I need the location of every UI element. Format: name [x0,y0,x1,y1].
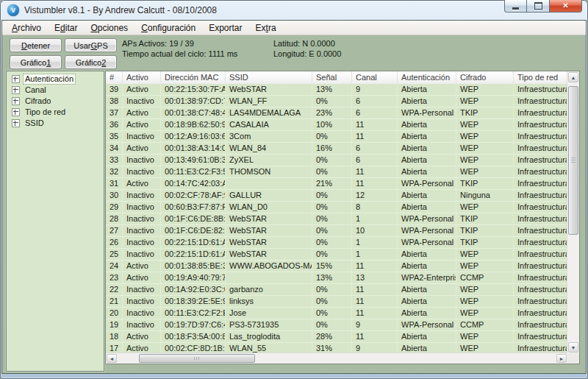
scroll-right-icon[interactable]: ► [556,354,567,363]
table-row[interactable]: 35Inactivo00:12:A9:16:03:683Com0%11Abier… [106,131,567,143]
table-row[interactable]: 18Activo00:18:F3:5A:00:85Las_troglodita2… [106,331,567,343]
scroll-left-icon[interactable]: ◄ [107,354,117,363]
table-row[interactable]: 21Inactivo00:18:39:2E:5E:92linksys0%11Ab… [106,296,567,308]
table-cell: Abierta [398,249,456,260]
table-cell: ZyXEL [226,155,312,166]
table-row[interactable]: 30Inactivo00:02:CF:78:AF:99GALLUR0%12Abi… [106,190,567,202]
menu-archivo[interactable]: Archivo [5,21,48,35]
toolbar: Detener Usar GPS Gráfico1 Gráfico2 APs A… [2,35,586,70]
table-cell: 25 [106,249,123,260]
menu-configuracion[interactable]: Configuración [135,21,202,35]
table-cell: TKIP [456,225,514,236]
tree-item-cifrado[interactable]: Cifrado [7,96,104,107]
table-cell: WPA-Personal [398,107,456,118]
column-header-cifrado[interactable]: Cifrado [456,71,514,84]
table-cell: 11 [352,178,398,189]
maximize-button[interactable] [526,0,550,13]
column-header-autenticacion[interactable]: Autenticación [398,71,456,84]
expand-plus-icon[interactable] [12,97,20,105]
table-cell: 37 [106,107,123,118]
table-cell: WWW.ABOGADOS-MAL... [226,261,312,272]
menu-exportar[interactable]: Exportar [202,21,248,35]
table-cell: Infraestructura [514,213,567,224]
tree-item-autenticacion[interactable]: Autenticación [7,74,104,85]
expand-plus-icon[interactable] [12,75,20,83]
table-cell [226,178,312,189]
table-cell: WEP [456,202,514,213]
expand-plus-icon[interactable] [12,108,20,116]
table-cell: 00:14:7C:42:03:A0 [161,178,226,189]
detener-button[interactable]: Detener [10,38,62,52]
expand-plus-icon[interactable] [12,119,20,127]
title-bar[interactable]: V Vistumbler v8.1 - By Andrew Calcutt - … [0,0,588,21]
table-row[interactable]: 33Inactivo00:13:49:61:0B:3AZyXEL0%6Abier… [106,155,567,166]
table-cell: 00:12:A9:16:03:68 [161,131,226,142]
table-row[interactable]: 37Activo00:01:38:C7:48:44LAS4MDEMALAGA23… [106,107,567,119]
table-cell: Abierta [398,261,456,272]
table-row[interactable]: 28Inactivo00:1F:C6:DE:8B:77WebSTAR0%1WPA… [106,213,567,225]
table-row[interactable]: 27Inactivo00:1F:C6:DE:82:49WebSTAR0%10WP… [106,225,567,237]
table-cell: WLAN_FF [226,96,312,107]
client-area: ArchivoEditarOpcionesConfiguraciónExport… [2,21,586,373]
minimize-button[interactable] [504,0,526,13]
table-row[interactable]: 36Activo00:18:9B:62:50:9ACASALAIA10%11Ab… [106,119,567,131]
table-cell: 11 [352,308,398,319]
table-cell: WLAN_55 [226,343,312,353]
table-cell: TKIP [456,237,514,248]
table-row[interactable]: 34Activo00:01:38:A3:14:05WLAN_8416%6Abie… [106,143,567,155]
menu-extra[interactable]: Extra [249,21,283,35]
table-cell: 32 [106,166,123,177]
table-cell: Abierta [398,96,456,107]
tree-item-tipo-de-red[interactable]: Tipo de red [7,107,104,118]
tree-item-ssid[interactable]: SSID [7,118,104,129]
app-icon[interactable]: V [7,4,19,16]
grafico1-button[interactable]: Gráfico1 [10,55,62,69]
tree-item-canal[interactable]: Canal [7,85,104,96]
scroll-down-icon[interactable]: ▼ [568,342,578,353]
table-cell: 00:01:38:97:CD:7E [161,96,226,107]
table-row[interactable]: 32Inactivo00:11:E3:C2:F3:56THOMSON0%11Ab… [106,166,567,178]
table-cell: 11 [352,296,398,307]
menu-opciones[interactable]: Opciones [84,21,135,35]
table-cell: Inactivo [123,166,161,177]
column-header-ssid[interactable]: SSID [226,71,312,84]
column-header-canal[interactable]: Canal [352,71,398,84]
table-row[interactable]: 25Inactivo00:22:15:1D:61:ACWebSTAR0%1Abi… [106,249,567,261]
table-cell: 00:22:15:1D:61:AC [161,249,226,260]
close-button[interactable]: ✕ [550,0,582,13]
table-cell: Abierta [398,308,456,319]
table-row[interactable]: 26Inactivo00:22:15:1D:61:ACWebSTAR0%1WPA… [106,237,567,249]
menu-editar[interactable]: Editar [48,21,84,35]
filter-tree: AutenticaciónCanalCifradoTipo de redSSID [6,71,104,372]
horizontal-scroll-thumb[interactable] [139,354,255,363]
table-row[interactable]: 24Activo00:01:38:85:BE:33WWW.ABOGADOS-MA… [106,261,567,272]
table-cell: Abierta [398,84,456,95]
table-row[interactable]: 17Activo00:02:CF:8D:1B:55WLAN_5531%9Abie… [106,343,567,353]
vertical-scrollbar[interactable]: ▲ ▼ [567,71,579,353]
column-header-tipo-de-red[interactable]: Tipo de red [514,71,567,84]
table-cell: 1 [352,249,398,260]
scroll-up-icon[interactable]: ▲ [568,72,578,82]
table-row[interactable]: 29Inactivo00:60:B3:F7:87:F7WLAN_D00%8Abi… [106,202,567,213]
column-header-direccion-mac[interactable]: Dirección MAC [161,71,226,84]
vertical-scroll-thumb[interactable] [568,86,578,235]
grafico2-button[interactable]: Gráfico2 [65,55,117,69]
table-cell: WEP [456,119,514,130]
column-header-activo[interactable]: Activo [123,71,161,84]
table-row[interactable]: 23Activo00:19:A9:40:79:7013%13WPA2-Enter… [106,272,567,284]
expand-plus-icon[interactable] [12,86,20,94]
table-cell: 23% [312,107,352,118]
table-row[interactable]: 38Inactivo00:01:38:97:CD:7EWLAN_FF0%6Abi… [106,96,567,107]
table-row[interactable]: 20Inactivo00:11:E3:C2:F2:EAJose0%11Abier… [106,308,567,319]
table-cell: WEP [456,166,514,177]
table-row[interactable]: 22Inactivo00:1A:92:E0:3C:0Agarbanzo0%11A… [106,284,567,296]
usar-gps-button[interactable]: Usar GPS [65,38,117,52]
table-row[interactable]: 39Activo00:22:15:30:7F:A5WebSTAR13%9Abie… [106,84,567,96]
table-cell: 00:01:38:85:BE:33 [161,261,226,272]
horizontal-scrollbar[interactable]: ◄ ► [106,353,567,364]
column-header-senal[interactable]: Señal [312,71,352,84]
column-header--[interactable]: # [106,71,123,84]
table-cell: 00:11:E3:C2:F3:56 [161,166,226,177]
table-row[interactable]: 19Inactivo00:19:7D:97:C6:46PS3-57319350%… [106,319,567,331]
table-row[interactable]: 31Activo00:14:7C:42:03:A021%11WPA-Person… [106,178,567,190]
